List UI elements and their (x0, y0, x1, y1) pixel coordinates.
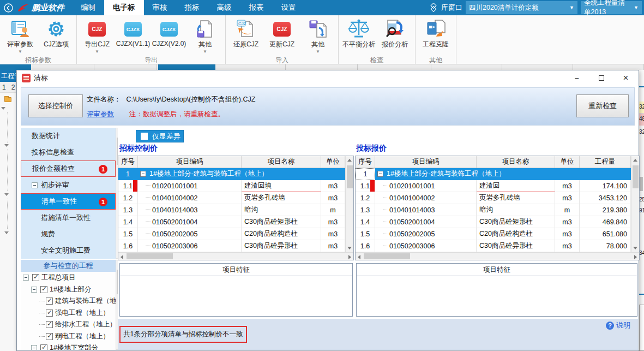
cell-qty[interactable]: 651.080 (580, 228, 631, 240)
cell-no[interactable]: 1.5 (118, 228, 138, 240)
checkbox-checked-icon[interactable] (32, 274, 39, 281)
sidebar-item-数据统计[interactable]: 数据统计 (21, 128, 116, 144)
cell-no[interactable]: 1.1 (356, 180, 375, 192)
cell-unit[interactable]: m3 (321, 228, 345, 240)
menu-item-审核[interactable]: 审核 (144, 0, 176, 15)
table-vscrollbar[interactable] (345, 156, 353, 252)
cell-no[interactable]: 1 (356, 168, 375, 180)
table-row[interactable]: 1.2010401004002页岩多孔砖墙m33453.120 (356, 192, 631, 204)
cell-unit[interactable]: m3 (321, 240, 345, 252)
ribbon-button-CJZX(V2.0)[interactable]: CJZXCJZX(V2.0) (151, 15, 187, 53)
table-row[interactable]: 11#楼地上部分-建筑与装饰工程（地上） (356, 168, 631, 180)
cell-name[interactable]: 建渣回填 (242, 180, 321, 192)
cell-group-name[interactable]: 1#楼地上部分-建筑与装饰工程（地上） (375, 168, 631, 180)
sidebar-item-措施清单一致性[interactable]: 措施清单一致性 (21, 210, 116, 226)
tree-item-1#楼地上部分[interactable]: 1#楼地上部分 (21, 284, 116, 296)
collapse-icon[interactable] (31, 287, 37, 293)
cell-unit[interactable]: m3 (321, 216, 345, 228)
chevron-down-icon[interactable] (4, 144, 9, 147)
checkbox-checked-icon[interactable] (46, 321, 53, 328)
cell-qty[interactable]: 78.000 (580, 240, 631, 252)
scroll-down-icon[interactable] (347, 247, 352, 249)
ribbon-button-其他[interactable]: 其他▼ (300, 15, 336, 55)
tree-item-1#楼地下室部分[interactable]: 1#楼地下室部分 (21, 342, 116, 350)
cell-no[interactable]: 1 (118, 168, 138, 180)
cell-name[interactable]: 暗沟 (242, 204, 321, 216)
ribbon-button-还原CJZ[interactable]: CJZ还原CJZ (228, 15, 264, 55)
table-row[interactable]: 1.5010502002005C20商品砼构造柱m3651.080 (356, 228, 631, 240)
cell-code[interactable]: 010502003006 (375, 240, 477, 252)
cell-no[interactable]: 1.3 (356, 204, 375, 216)
cell-code[interactable]: 010401004002 (375, 192, 477, 204)
ribbon-button-CJZX(V1.1)[interactable]: CJZXCJZX(V1.1) (115, 15, 151, 53)
collapse-icon[interactable] (140, 171, 146, 177)
cell-code[interactable]: 010502002005 (375, 228, 477, 240)
cell-unit[interactable]: m3 (321, 180, 345, 192)
cell-unit[interactable]: m3 (555, 216, 580, 228)
cell-unit[interactable]: m (555, 204, 580, 216)
collapse-icon[interactable] (23, 275, 29, 281)
select-control-price-button[interactable]: 选择控制价 (28, 94, 83, 117)
tree-item-工程总项目[interactable]: 工程总项目 (21, 272, 116, 284)
menu-item-电子标[interactable]: 电子标 (104, 0, 144, 15)
cell-qty[interactable]: 469.840 (580, 216, 631, 228)
cell-no[interactable]: 1.2 (356, 192, 375, 204)
quantity-list-dropdown[interactable]: 全统工程量清单2013▼ (581, 1, 642, 14)
ribbon-button-CJZ选项[interactable]: CJZ选项 (38, 15, 74, 55)
cell-name[interactable]: C30商品砼异形柱 (477, 240, 555, 252)
cell-name[interactable]: C30商品砼异形柱 (242, 240, 321, 252)
cell-name[interactable]: 页岩多孔砖墙 (477, 192, 555, 204)
cell-code[interactable]: 010401014003 (138, 204, 242, 216)
dialog-titlebar[interactable]: 清标 − × (17, 70, 638, 85)
chevron-down-icon[interactable] (4, 193, 9, 196)
maximize-icon[interactable] (589, 70, 613, 85)
ribbon-button-评审参数[interactable]: 评审参数▼ (2, 15, 38, 55)
ribbon-button-导出CJZ[interactable]: CJZ导出CJZ▼ (79, 15, 115, 55)
cell-unit[interactable]: m3 (555, 228, 580, 240)
cell-no[interactable]: 1.3 (118, 204, 138, 216)
cell-code[interactable]: 010502002005 (138, 228, 242, 240)
sidebar-item-清单一致性[interactable]: 清单一致性1 (21, 193, 116, 210)
cell-no[interactable]: 1.4 (356, 216, 375, 228)
tree-item-弱电工程（地上）[interactable]: 弱电工程（地上） (21, 331, 116, 343)
review-params-link[interactable]: 评审参数 (87, 110, 114, 119)
cell-name[interactable]: C30商品砼矩形柱 (477, 216, 555, 228)
sidebar-item-规费[interactable]: 规费 (21, 226, 116, 242)
table-row[interactable]: 11#楼地上部分-建筑与装饰工程（地上） (118, 168, 345, 180)
checkbox-checked-icon[interactable] (46, 333, 53, 340)
menu-item-高级[interactable]: 高级 (208, 0, 240, 15)
scroll-up-icon[interactable] (633, 159, 637, 162)
checkbox-checked-icon[interactable] (40, 344, 47, 350)
scroll-left-icon[interactable] (121, 255, 123, 259)
sidebar-item-初步评审[interactable]: 初步评审 (21, 177, 116, 193)
table-vscrollbar[interactable] (631, 156, 639, 252)
collapse-icon[interactable] (32, 182, 38, 188)
ribbon-button-其他[interactable]: 其他▼ (187, 15, 223, 55)
table-hscrollbar[interactable] (118, 252, 353, 260)
cell-no[interactable]: 1.5 (356, 228, 375, 240)
cell-code[interactable]: 010201001001 (375, 180, 477, 192)
sidebar-item-投标信息检查[interactable]: 投标信息检查 (21, 144, 116, 160)
checkbox-checked-icon[interactable] (46, 298, 53, 305)
table-row[interactable]: 1.1010201001001建渣回m3174.100 (356, 180, 631, 192)
minimize-icon[interactable]: − (564, 70, 589, 85)
cell-unit[interactable]: m3 (321, 192, 345, 204)
tree-item-给排水工程（地上）[interactable]: 给排水工程（地上） (21, 319, 116, 331)
cell-no[interactable]: 1.4 (118, 216, 138, 228)
tree-item-强电工程（地上）[interactable]: 强电工程（地上） (21, 307, 116, 319)
cell-name[interactable]: C20商品砼构造柱 (477, 228, 555, 240)
cell-group-name[interactable]: 1#楼地上部分-建筑与装饰工程（地上） (138, 168, 345, 180)
show-diff-only-toggle[interactable]: 仅显差异 (136, 130, 184, 142)
checkbox-checked-icon[interactable] (46, 310, 53, 317)
ribbon-button-工程克隆[interactable]: 工程克隆 (418, 15, 454, 55)
checkbox-icon[interactable] (141, 133, 148, 140)
table-hscrollbar[interactable] (356, 252, 639, 260)
chevron-down-icon[interactable] (4, 231, 9, 234)
cell-name[interactable]: 暗沟 (477, 204, 555, 216)
collapse-icon[interactable] (377, 171, 383, 177)
menu-item-编制[interactable]: 编制 (72, 0, 104, 15)
cell-code[interactable]: 010502001004 (375, 216, 477, 228)
feature-content-left[interactable] (119, 276, 353, 317)
cell-name[interactable]: C30商品砼矩形柱 (242, 216, 321, 228)
cell-name[interactable]: 建渣回 (477, 180, 555, 192)
